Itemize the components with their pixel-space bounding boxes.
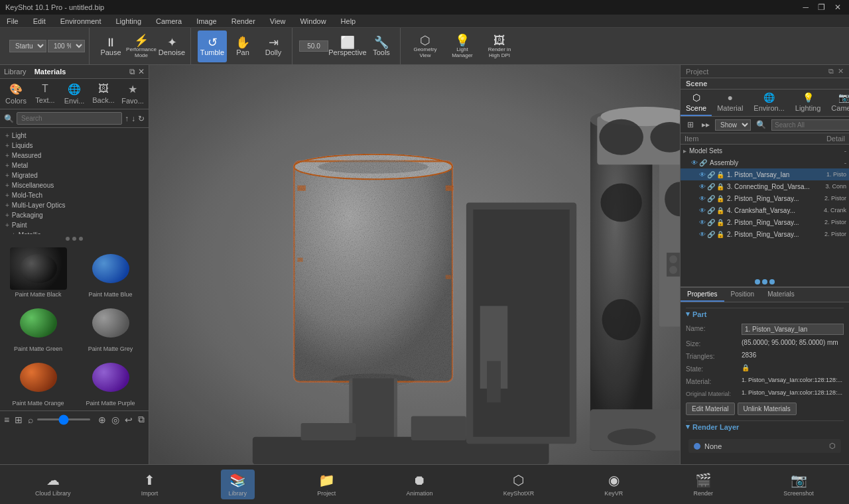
menu-lighting[interactable]: Lighting: [113, 17, 144, 25]
tab-camera[interactable]: 📷 Camera: [826, 90, 849, 116]
props-tab-properties[interactable]: Properties: [681, 288, 724, 302]
scene-expand-btn[interactable]: ⊞: [685, 119, 696, 131]
grid-view-btn[interactable]: ⊞: [13, 413, 24, 426]
dock-project[interactable]: 📁 Project: [309, 470, 344, 499]
part-section-arrow[interactable]: ▾: [686, 310, 690, 318]
zoom-in-btn[interactable]: ⊕: [97, 413, 107, 426]
tree-metal[interactable]: + Metal: [0, 160, 149, 170]
dot-3[interactable]: [79, 237, 83, 241]
menu-help[interactable]: Help: [338, 17, 359, 25]
edit-material-btn[interactable]: Edit Material: [686, 403, 735, 415]
nav-favorites[interactable]: ★ Favo...: [121, 83, 145, 105]
scene-search-input[interactable]: [771, 119, 849, 131]
tree-paint[interactable]: + Paint: [0, 220, 149, 230]
swatch-paint-matte-blue[interactable]: Paint Matte Blue: [75, 246, 146, 299]
eye-icon-p1[interactable]: 👁: [699, 171, 706, 178]
swatch-paint-matte-grey[interactable]: Paint Matte Grey: [75, 300, 146, 353]
maximize-btn[interactable]: ❐: [815, 3, 828, 12]
eye-icon-cr[interactable]: 👁: [699, 183, 706, 190]
nav-colors[interactable]: 🎨 Colors: [4, 83, 28, 105]
lock-icon-pr2[interactable]: 🔒: [716, 195, 724, 202]
link-icon-pr2b[interactable]: 🔗: [707, 219, 715, 226]
tree-migrated[interactable]: + Migrated: [0, 170, 149, 180]
denoise-btn[interactable]: ✦ Denoise: [157, 31, 186, 62]
menu-environment[interactable]: Environment: [58, 17, 104, 25]
sort-desc-icon[interactable]: ↓: [131, 114, 135, 123]
search-input[interactable]: [17, 112, 122, 125]
dock-render[interactable]: 🎬 Render: [686, 470, 722, 499]
lock-icon-cr[interactable]: 🔒: [716, 183, 724, 190]
dock-library[interactable]: 📚 Library: [221, 470, 255, 499]
search-bottom-btn[interactable]: ⌕: [27, 413, 34, 426]
viewport[interactable]: [149, 65, 680, 464]
library-tab[interactable]: Library: [4, 68, 27, 76]
pan-btn[interactable]: ✋ Pan: [228, 31, 257, 62]
eye-icon-cs[interactable]: 👁: [699, 207, 706, 214]
render-layer-arrow[interactable]: ▾: [686, 422, 690, 431]
perspective-btn[interactable]: ⬜ Perspective: [330, 31, 365, 62]
swatch-paint-matte-purple[interactable]: Paint Matte Purple: [75, 355, 146, 408]
tab-environment[interactable]: 🌐 Environ...: [748, 90, 789, 116]
swatch-paint-matte-green[interactable]: Paint Matte Green: [3, 300, 74, 353]
minimize-btn[interactable]: ─: [800, 3, 811, 12]
performance-btn[interactable]: ⚡ PerformanceMode: [127, 31, 156, 62]
light-manager-btn[interactable]: 💡 LightManager: [444, 31, 480, 62]
fps-input[interactable]: [299, 40, 328, 52]
tree-multi-layer[interactable]: + Multi-Layer Optics: [0, 200, 149, 210]
nav-backplates[interactable]: 🖼 Back...: [92, 83, 115, 105]
menu-view[interactable]: View: [267, 17, 289, 25]
tree-liquids[interactable]: + Liquids: [0, 141, 149, 151]
link-icon[interactable]: 🔗: [699, 159, 707, 166]
viewport-ctrl-1[interactable]: [669, 255, 677, 263]
tab-lighting[interactable]: 💡 Lighting: [790, 90, 826, 116]
eye-icon-pr2[interactable]: 👁: [699, 195, 706, 202]
right-panel-float-btn[interactable]: ⧉: [828, 67, 834, 76]
dock-screenshot[interactable]: 📷 Screenshot: [775, 470, 822, 499]
eye-icon-pr2c[interactable]: 👁: [699, 231, 706, 238]
scene-dot-3[interactable]: [769, 279, 775, 284]
materials-tab[interactable]: Materials: [34, 68, 66, 76]
unlink-materials-btn[interactable]: Unlink Materials: [738, 403, 797, 415]
scene-dot-2[interactable]: [762, 279, 767, 284]
scene-row-crankshaft[interactable]: 👁 🔗 🔒 4. Crankshaft_Varsay... 4. Crank: [681, 204, 849, 216]
panel-float-btn[interactable]: ⧉: [129, 67, 135, 76]
menu-render[interactable]: Render: [229, 17, 258, 25]
scene-row-conn-rod[interactable]: 👁 🔗 🔒 3. Connecting_Rod_Varsa... 3. Conn: [681, 180, 849, 192]
nav-textures[interactable]: T Text...: [33, 83, 57, 105]
lock-icon-pr2b[interactable]: 🔒: [716, 219, 724, 226]
link-icon-p1[interactable]: 🔗: [707, 171, 715, 178]
scene-row-pr2b[interactable]: 👁 🔗 🔒 2. Piston_Ring_Varsay... 2. Pistor: [681, 216, 849, 228]
link-icon-pr2c[interactable]: 🔗: [707, 231, 715, 238]
dot-2[interactable]: [72, 237, 76, 241]
scene-row-model-sets[interactable]: ▸ Model Sets -: [681, 145, 849, 157]
dock-keyvr[interactable]: ◉ KeyVR: [596, 470, 631, 499]
dolly-btn[interactable]: ⇥ Dolly: [259, 31, 288, 62]
link-icon-cr[interactable]: 🔗: [707, 183, 715, 190]
menu-file[interactable]: File: [4, 17, 21, 25]
add-to-scene-btn[interactable]: ◎: [110, 413, 121, 426]
scene-dot-1[interactable]: [755, 279, 760, 284]
list-view-btn[interactable]: ≡: [3, 413, 11, 426]
render-high-dpi-btn[interactable]: 🖼 Render inHigh DPI: [482, 31, 517, 62]
menu-edit[interactable]: Edit: [31, 17, 48, 25]
zoom-select[interactable]: 100 %: [48, 40, 85, 52]
sort-asc-icon[interactable]: ↑: [125, 114, 129, 123]
tools-btn[interactable]: 🔧 Tools: [367, 31, 396, 62]
pause-btn[interactable]: ⏸ Pause: [96, 31, 125, 62]
scene-filter-btn[interactable]: ▸▸: [699, 119, 712, 131]
menu-camera[interactable]: Camera: [153, 17, 184, 25]
refresh-icon[interactable]: ↻: [138, 114, 145, 123]
scene-row-pr2c[interactable]: 👁 🔗 🔒 2. Piston_Ring_Varsay... 2. Pistor: [681, 228, 849, 240]
dock-keyshotxr[interactable]: ⬡ KeyShotXR: [495, 470, 543, 499]
lock-icon-cs[interactable]: 🔒: [716, 207, 724, 214]
panel-close-btn[interactable]: ✕: [138, 67, 145, 76]
name-input[interactable]: [742, 324, 844, 335]
nav-environment[interactable]: 🌐 Envi...: [62, 83, 86, 105]
props-tab-materials[interactable]: Materials: [761, 288, 801, 302]
dock-import[interactable]: ⬆ Import: [133, 470, 166, 499]
viewport-ctrl-2[interactable]: [669, 266, 677, 274]
lock-icon-p1[interactable]: 🔒: [716, 171, 724, 178]
info-btn[interactable]: ⧉: [137, 412, 146, 426]
swatch-paint-matte-orange[interactable]: Paint Matte Orange: [3, 355, 74, 408]
tab-material[interactable]: ● Material: [712, 90, 748, 116]
